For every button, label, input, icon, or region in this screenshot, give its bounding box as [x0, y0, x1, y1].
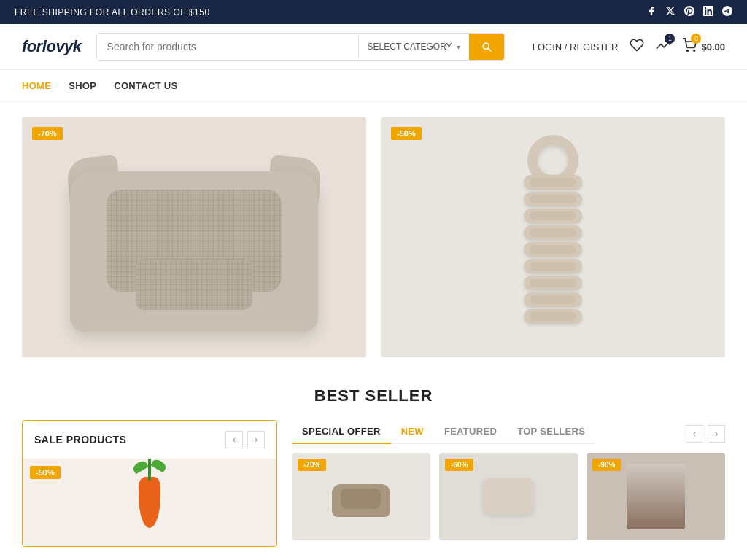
category-select[interactable]: SELECT CATEGORY ▾	[359, 42, 469, 52]
carrot-toy	[139, 477, 160, 528]
sale-prev-button[interactable]: ‹	[225, 431, 243, 448]
carrot-body	[139, 477, 160, 528]
rope-knot-4	[524, 225, 582, 240]
search-bar: SELECT CATEGORY ▾	[96, 33, 505, 61]
rope-knot-7	[524, 276, 582, 290]
left-discount-badge: -70%	[32, 127, 63, 140]
hero-left: -70%	[22, 117, 366, 357]
tab-top-sellers[interactable]: TOP SELLERS	[507, 420, 595, 443]
carrot-leaf-right	[150, 459, 167, 472]
right-discount-badge: -50%	[391, 127, 422, 140]
carrot-stem	[148, 459, 151, 481]
pinterest-icon[interactable]	[684, 6, 694, 18]
bed-outer	[70, 171, 318, 332]
cart-icon-wrapper: 0	[682, 38, 697, 56]
rope-knot-6	[524, 259, 582, 273]
rope-body	[524, 175, 582, 321]
special-next-button[interactable]: ›	[708, 425, 725, 443]
nav-contact[interactable]: CONTACT US	[114, 77, 177, 94]
bed-pillow	[136, 259, 252, 310]
rope-knot-2	[524, 192, 582, 206]
rope-knot-1	[524, 175, 582, 190]
rope-toy	[509, 135, 597, 339]
best-seller-title: BEST SELLER	[22, 386, 725, 405]
compare-button[interactable]: 1	[656, 38, 670, 56]
mini-product-image	[627, 464, 685, 529]
cart-badge: 0	[691, 34, 701, 44]
sale-product-image: -50%	[23, 459, 276, 546]
special-product-1[interactable]: -70%	[292, 453, 430, 540]
cart-price: $0.00	[701, 42, 725, 52]
mini-pillow-image	[483, 478, 534, 515]
special-tabs: SPECIAL OFFER NEW FEATURED TOP SELLERS	[292, 420, 595, 444]
facebook-icon[interactable]	[646, 6, 657, 18]
rope-knot-9	[524, 309, 582, 324]
chevron-down-icon: ▾	[457, 43, 460, 51]
sale-header: SALE PRODUCTS ‹ ›	[23, 421, 276, 459]
nav-shop[interactable]: SHOP	[69, 77, 96, 94]
social-icons	[646, 6, 732, 18]
banner-text: FREE SHIPPING FOR ALL ORDERS OF $150	[15, 7, 210, 18]
special-product-2[interactable]: -60%	[439, 453, 578, 540]
search-icon	[481, 41, 492, 52]
header-actions: LOGIN / REGISTER 1 0 $0.00	[533, 38, 725, 56]
svg-point-0	[687, 50, 689, 51]
compare-badge: 1	[665, 34, 675, 44]
sale-navigation: ‹ ›	[225, 431, 265, 448]
linkedin-icon[interactable]	[703, 6, 713, 18]
special-badge-2: -60%	[445, 459, 473, 471]
hero-right: -50%	[381, 117, 725, 357]
tab-featured[interactable]: FEATURED	[434, 420, 507, 443]
svg-point-1	[694, 50, 695, 51]
bottom-sections: SALE PRODUCTS ‹ › -50% SPECIAL OFFER NEW	[0, 413, 747, 560]
search-button[interactable]	[469, 34, 504, 60]
telegram-icon[interactable]	[722, 6, 732, 18]
navigation: HOME SHOP CONTACT US	[0, 70, 747, 102]
carrot-leaf-left	[131, 459, 148, 474]
special-badge-1: -70%	[298, 459, 326, 471]
special-header-row: SPECIAL OFFER NEW FEATURED TOP SELLERS ‹…	[292, 420, 725, 453]
special-navigation: ‹ ›	[686, 425, 725, 443]
mini-bed-image	[332, 477, 390, 517]
special-product-3[interactable]: -90%	[587, 453, 725, 540]
header: forlovyk SELECT CATEGORY ▾ LOGIN / REGIS…	[0, 24, 747, 70]
logo[interactable]: forlovyk	[22, 37, 82, 56]
sale-title: SALE PRODUCTS	[34, 434, 126, 446]
x-twitter-icon[interactable]	[665, 6, 676, 18]
sale-badge: -50%	[30, 466, 61, 479]
best-seller-section: BEST SELLER	[0, 372, 747, 413]
search-input[interactable]	[97, 34, 358, 60]
heart-icon	[630, 38, 644, 52]
mini-bed-outer	[332, 484, 390, 517]
sale-next-button[interactable]: ›	[247, 431, 265, 448]
tab-new[interactable]: NEW	[391, 420, 434, 443]
tab-special-offer[interactable]: SPECIAL OFFER	[292, 420, 391, 444]
top-banner: FREE SHIPPING FOR ALL ORDERS OF $150	[0, 0, 747, 24]
nav-home[interactable]: HOME	[22, 77, 51, 94]
rope-toy-image	[381, 117, 725, 357]
cart-button[interactable]: 0 $0.00	[682, 38, 725, 56]
special-products-grid: -70% -60% -90%	[292, 453, 725, 540]
sale-products-section: SALE PRODUCTS ‹ › -50%	[22, 420, 277, 547]
special-offer-section: SPECIAL OFFER NEW FEATURED TOP SELLERS ‹…	[292, 420, 725, 547]
mini-bed-inner	[341, 489, 381, 509]
special-badge-3: -90%	[592, 459, 621, 471]
category-label: SELECT CATEGORY	[368, 42, 452, 52]
login-register-link[interactable]: LOGIN / REGISTER	[533, 42, 619, 52]
wishlist-button[interactable]	[630, 38, 644, 56]
rope-knot-8	[524, 292, 582, 307]
hero-section: -70% -50%	[0, 102, 747, 372]
special-prev-button[interactable]: ‹	[686, 425, 703, 443]
pet-bed-image	[70, 142, 318, 332]
rope-knot-5	[524, 242, 582, 257]
rope-knot-3	[524, 209, 582, 223]
